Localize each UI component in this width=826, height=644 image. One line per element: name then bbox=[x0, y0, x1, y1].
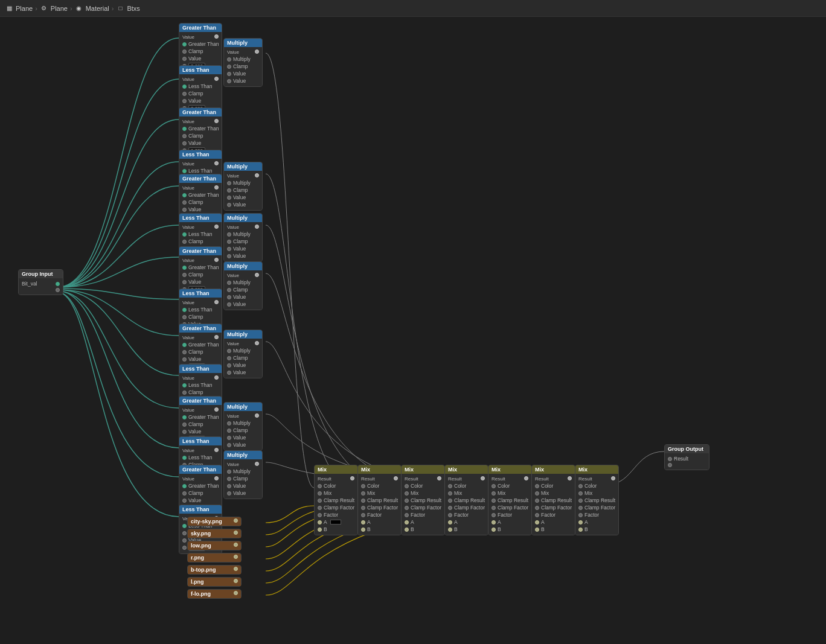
mul7-val1[interactable] bbox=[227, 484, 231, 488]
group-output-result-in[interactable] bbox=[668, 457, 672, 461]
mul1-in1[interactable] bbox=[227, 57, 231, 62]
mix5-factor[interactable] bbox=[491, 513, 496, 517]
mul1-val2[interactable] bbox=[227, 79, 231, 83]
mix4-factor[interactable] bbox=[448, 513, 452, 517]
lt1-val[interactable] bbox=[182, 99, 187, 103]
gt2-in[interactable] bbox=[182, 127, 187, 131]
multiply-node-2[interactable]: Multiply Value Multiply Clamp Value Valu… bbox=[223, 162, 263, 211]
mul4-in1[interactable] bbox=[227, 281, 231, 285]
mul1-out[interactable] bbox=[255, 49, 259, 54]
mix3-mix[interactable] bbox=[405, 491, 409, 496]
mix7-a[interactable] bbox=[578, 520, 583, 524]
gt1-out-socket[interactable] bbox=[214, 34, 219, 39]
mul3-clamp[interactable] bbox=[227, 240, 231, 244]
mul3-val1[interactable] bbox=[227, 247, 231, 251]
mix1-a[interactable] bbox=[318, 520, 322, 524]
mix-node-2[interactable]: Mix Result Color Mix Clamp Result Clamp … bbox=[357, 465, 402, 535]
gt3-in[interactable] bbox=[182, 193, 187, 197]
mul1-clamp[interactable] bbox=[227, 65, 231, 69]
gt5-in[interactable] bbox=[182, 343, 187, 347]
mix6-clamp-r[interactable] bbox=[535, 499, 539, 503]
mix3-clamp-f[interactable] bbox=[405, 506, 409, 510]
lt4-in[interactable] bbox=[182, 308, 187, 312]
mix2-clamp-r[interactable] bbox=[361, 499, 365, 503]
img2-out[interactable] bbox=[234, 531, 238, 535]
mix2-color[interactable] bbox=[361, 484, 365, 488]
mul4-val2[interactable] bbox=[227, 302, 231, 307]
mix4-clamp-r[interactable] bbox=[448, 499, 452, 503]
gt3-out[interactable] bbox=[214, 185, 219, 190]
img7-out[interactable] bbox=[234, 591, 238, 595]
mix3-color[interactable] bbox=[405, 484, 409, 488]
mix5-clamp-r[interactable] bbox=[491, 499, 496, 503]
gt4-clamp[interactable] bbox=[182, 273, 187, 277]
mix3-a[interactable] bbox=[405, 520, 409, 524]
mul5-clamp[interactable] bbox=[227, 356, 231, 360]
mul1-val1[interactable] bbox=[227, 72, 231, 76]
breadcrumb-material-label[interactable]: Material bbox=[86, 5, 109, 12]
mix6-factor[interactable] bbox=[535, 513, 539, 517]
lt5-out[interactable] bbox=[214, 375, 219, 380]
gt6-val[interactable] bbox=[182, 430, 187, 434]
group-input-bitval-socket[interactable] bbox=[56, 282, 60, 286]
lt7-in[interactable] bbox=[182, 524, 187, 528]
lt3-in[interactable] bbox=[182, 232, 187, 237]
img6-out[interactable] bbox=[234, 579, 238, 583]
mix-node-1[interactable]: Mix Result Color Mix Clamp Result Clamp … bbox=[314, 465, 358, 535]
mul7-out[interactable] bbox=[255, 462, 259, 466]
gt4-out[interactable] bbox=[214, 258, 219, 262]
mul2-out[interactable] bbox=[255, 173, 259, 177]
group-input-empty-socket[interactable] bbox=[56, 288, 60, 292]
mix4-color[interactable] bbox=[448, 484, 452, 488]
mul3-val2[interactable] bbox=[227, 254, 231, 258]
multiply-node-4[interactable]: Multiply Value Multiply Clamp Value Valu… bbox=[223, 261, 263, 310]
mix6-color[interactable] bbox=[535, 484, 539, 488]
gt7-in[interactable] bbox=[182, 484, 187, 488]
mix1-out[interactable] bbox=[350, 476, 354, 480]
mix1-clamp-r[interactable] bbox=[318, 499, 322, 503]
mix-node-4[interactable]: Mix Result Color Mix Clamp Result Clamp … bbox=[444, 465, 488, 535]
mix6-b[interactable] bbox=[535, 528, 539, 532]
gt6-out[interactable] bbox=[214, 407, 219, 412]
img3-out[interactable] bbox=[234, 543, 238, 547]
mix2-out[interactable] bbox=[394, 476, 398, 480]
gt6-clamp[interactable] bbox=[182, 422, 187, 427]
img-node-6[interactable]: l.png bbox=[187, 577, 242, 587]
gt7-clamp[interactable] bbox=[182, 491, 187, 496]
mix-node-5[interactable]: Mix Result Color Mix Clamp Result Clamp … bbox=[488, 465, 532, 535]
mul2-clamp[interactable] bbox=[227, 188, 231, 193]
mix5-color[interactable] bbox=[491, 484, 496, 488]
mix5-out[interactable] bbox=[524, 476, 528, 480]
img-node-5[interactable]: b-top.png bbox=[187, 565, 242, 575]
mul5-val1[interactable] bbox=[227, 363, 231, 368]
mul2-val1[interactable] bbox=[227, 196, 231, 200]
gt3-val[interactable] bbox=[182, 208, 187, 212]
mul3-in1[interactable] bbox=[227, 232, 231, 237]
multiply-node-7[interactable]: Multiply Value Multiply Clamp Value Valu… bbox=[223, 450, 263, 499]
group-input-node[interactable]: Group Input Bit_val bbox=[18, 269, 63, 295]
lt1-clamp[interactable] bbox=[182, 92, 187, 96]
mix2-clamp-f[interactable] bbox=[361, 506, 365, 510]
mix-node-6[interactable]: Mix Result Color Mix Clamp Result Clamp … bbox=[531, 465, 575, 535]
img-node-7[interactable]: f-lo.png bbox=[187, 589, 242, 599]
mul7-clamp[interactable] bbox=[227, 477, 231, 481]
gt2-clamp[interactable] bbox=[182, 134, 187, 138]
lt4-clamp[interactable] bbox=[182, 315, 187, 319]
multiply-node-1[interactable]: Multiply Value Multiply Clamp Value Valu… bbox=[223, 38, 263, 87]
lt7-clamp[interactable] bbox=[182, 531, 187, 535]
mul7-val2[interactable] bbox=[227, 491, 231, 496]
gt5-clamp[interactable] bbox=[182, 350, 187, 354]
multiply-node-5[interactable]: Multiply Value Multiply Clamp Value Valu… bbox=[223, 330, 263, 378]
mix7-clamp-f[interactable] bbox=[578, 506, 583, 510]
mul6-in1[interactable] bbox=[227, 421, 231, 426]
mix4-clamp-f[interactable] bbox=[448, 506, 452, 510]
mix3-factor[interactable] bbox=[405, 513, 409, 517]
mul6-val1[interactable] bbox=[227, 436, 231, 440]
mix1-b[interactable] bbox=[318, 528, 322, 532]
img-node-4[interactable]: r.png bbox=[187, 553, 242, 563]
gt1-in1[interactable] bbox=[182, 42, 187, 46]
mul3-out[interactable] bbox=[255, 225, 259, 229]
mix3-out[interactable] bbox=[437, 476, 441, 480]
mix6-clamp-f[interactable] bbox=[535, 506, 539, 510]
gt5-out[interactable] bbox=[214, 335, 219, 339]
